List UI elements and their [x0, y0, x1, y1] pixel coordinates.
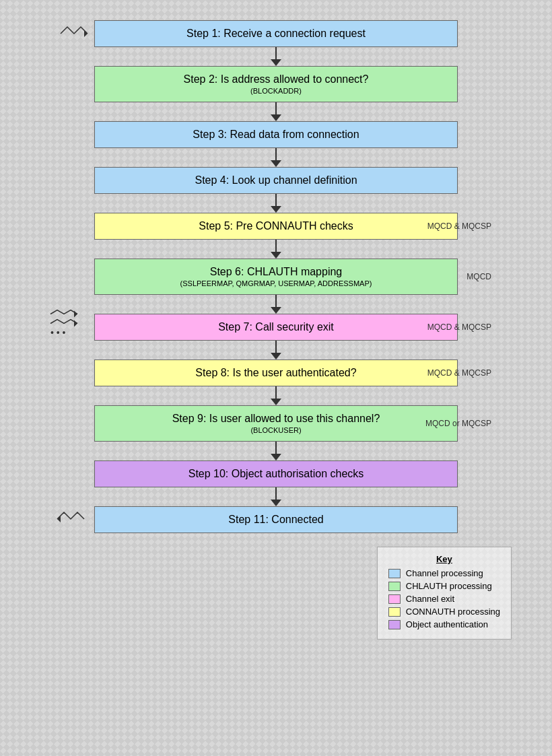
key-color-3 [388, 607, 401, 617]
step-row-10: Step 10: Object authorisation checks [20, 460, 532, 487]
step-row-9: Step 9: Is user allowed to use this chan… [20, 405, 532, 442]
step-label-7: Step 7: Call security exit [218, 321, 334, 333]
step-sub-9: (BLOCKUSER) [108, 426, 444, 434]
step-side-7: MQCD & MQCSP [427, 322, 491, 332]
step-box-6: Step 6: CHLAUTH mapping (SSLPEERMAP, QMG… [94, 259, 458, 295]
diagram-container: Step 1: Receive a connection request Ste… [20, 7, 532, 640]
arrow-4 [275, 194, 277, 206]
arrowhead-6 [271, 307, 281, 314]
arrow-10 [275, 487, 277, 500]
step-label-3: Step 3: Read data from connection [193, 129, 359, 140]
arrow-3 [275, 148, 277, 160]
step-box-10: Step 10: Object authorisation checks [94, 460, 458, 487]
step-box-4: Step 4: Look up channel definition [94, 167, 458, 194]
arrow-7 [275, 341, 277, 353]
key-item-4: Object authentication [388, 619, 500, 629]
step-row-2: Step 2: Is address allowed to connect? (… [20, 66, 532, 102]
key-item-1: CHLAUTH processing [388, 581, 500, 591]
step-label-2: Step 2: Is address allowed to connect? [184, 73, 369, 85]
step-label-6: Step 6: CHLAUTH mapping [210, 266, 343, 277]
arrow-6 [275, 295, 277, 307]
arrow-8 [275, 386, 277, 399]
arrowhead-1 [271, 59, 281, 66]
key-label-3: CONNAUTH processing [406, 607, 500, 617]
step-side-8: MQCD & MQCSP [427, 368, 491, 378]
step-label-5: Step 5: Pre CONNAUTH checks [199, 220, 353, 232]
step-label-8: Step 8: Is the user authenticated? [195, 367, 356, 378]
svg-text:• • •: • • • [50, 327, 66, 338]
step11-left-decor [47, 509, 88, 531]
step-box-7: Step 7: Call security exit [94, 314, 458, 341]
arrowhead-8 [271, 399, 281, 405]
key-label-0: Channel processing [406, 568, 483, 578]
arrowhead-9 [271, 454, 281, 460]
key-item-3: CONNAUTH processing [388, 607, 500, 617]
step-box-5: Step 5: Pre CONNAUTH checks [94, 213, 458, 240]
svg-marker-1 [74, 311, 77, 318]
key-title: Key [388, 554, 500, 564]
step-row-8: Step 8: Is the user authenticated? MQCD … [20, 359, 532, 386]
step-row-1: Step 1: Receive a connection request [20, 20, 532, 47]
key-label-4: Object authentication [406, 619, 488, 629]
arrowhead-3 [271, 160, 281, 167]
step-side-9: MQCD or MQCSP [425, 419, 491, 428]
arrow-9 [275, 442, 277, 454]
step1-left-decor [57, 24, 91, 44]
step-box-11: Step 11: Connected [94, 506, 458, 533]
key-color-2 [388, 594, 401, 604]
step-row-3: Step 3: Read data from connection [20, 121, 532, 148]
step7-left-decor: • • • [47, 309, 88, 346]
step-label-9: Step 9: Is user allowed to use this chan… [172, 413, 380, 424]
key-color-1 [388, 582, 401, 591]
arrowhead-4 [271, 206, 281, 213]
arrowhead-5 [271, 252, 281, 259]
arrow-5 [275, 240, 277, 252]
step-sub-6: (SSLPEERMAP, QMGRMAP, USERMAP, ADDRESSMA… [108, 279, 444, 287]
key-section: Key Channel processing CHLAUTH processin… [377, 547, 512, 640]
key-color-4 [388, 620, 401, 629]
step-box-2: Step 2: Is address allowed to connect? (… [94, 66, 458, 102]
key-label-1: CHLAUTH processing [406, 581, 492, 591]
step-side-6: MQCD [467, 272, 491, 281]
step-row-4: Step 4: Look up channel definition [20, 167, 532, 194]
arrowhead-7 [271, 353, 281, 359]
arrow-1 [275, 47, 277, 59]
key-label-2: Channel exit [406, 594, 454, 604]
step-label-11: Step 11: Connected [228, 514, 323, 525]
step-box-9: Step 9: Is user allowed to use this chan… [94, 405, 458, 442]
key-color-0 [388, 569, 401, 578]
arrow-2 [275, 102, 277, 114]
step-box-3: Step 3: Read data from connection [94, 121, 458, 148]
step-side-5: MQCD & MQCSP [427, 221, 491, 231]
arrowhead-2 [271, 114, 281, 121]
step-row-6: Step 6: CHLAUTH mapping (SSLPEERMAP, QMG… [20, 259, 532, 295]
step-box-8: Step 8: Is the user authenticated? [94, 359, 458, 386]
step-sub-2: (BLOCKADDR) [108, 87, 444, 95]
arrowhead-10 [271, 500, 281, 506]
key-item-0: Channel processing [388, 568, 500, 578]
step-row-5: Step 5: Pre CONNAUTH checks MQCD & MQCSP [20, 213, 532, 240]
step-label-4: Step 4: Look up channel definition [195, 174, 357, 186]
step-row-11: Step 11: Connected [20, 506, 532, 533]
step-label-1: Step 1: Receive a connection request [186, 28, 366, 39]
svg-marker-2 [74, 320, 77, 327]
step-box-1: Step 1: Receive a connection request [94, 20, 458, 47]
key-item-2: Channel exit [388, 594, 500, 604]
step-label-10: Step 10: Object authorisation checks [188, 468, 364, 479]
step-row-7: • • • Step 7: Call security exit MQCD & … [20, 314, 532, 341]
